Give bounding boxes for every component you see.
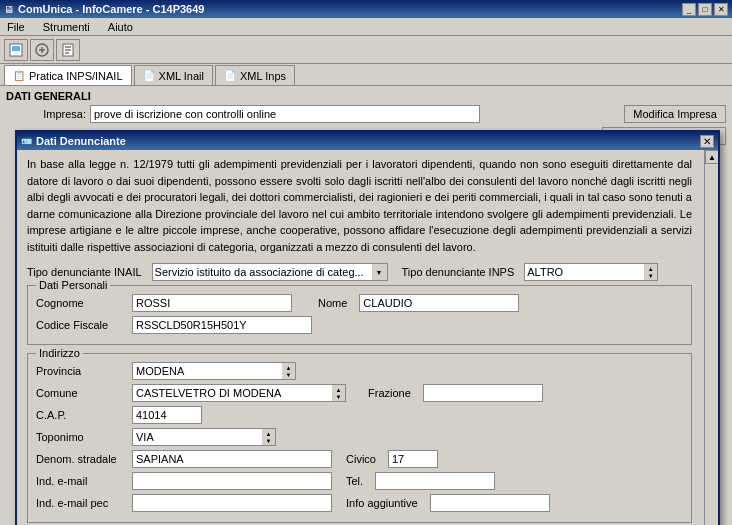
- tab-bar: 📋 Pratica INPS/INAIL 📄 XML Inail 📄 XML I…: [0, 64, 732, 86]
- modal-description: In base alla legge n. 12/1979 tutti gli …: [27, 156, 692, 255]
- tel-input[interactable]: [375, 472, 495, 490]
- scroll-up-button[interactable]: ▲: [705, 150, 718, 164]
- modal-title-bar: 🪪 Dati Denunciante ✕: [17, 132, 718, 150]
- menu-bar: File Strumenti Aiuto: [0, 18, 732, 36]
- comune-label: Comune: [36, 387, 126, 399]
- modal-body: In base alla legge n. 12/1979 tutti gli …: [17, 150, 702, 525]
- toponimo-spinner[interactable]: ▲ ▼: [262, 428, 276, 446]
- toponimo-row: Toponimo ▲ ▼: [36, 428, 683, 446]
- cognome-input[interactable]: [132, 294, 292, 312]
- nome-input[interactable]: [359, 294, 519, 312]
- provincia-row: Provincia ▲ ▼: [36, 362, 683, 380]
- tipo-inps-select-wrapper: ▲ ▼: [524, 263, 658, 281]
- indirizzo-title: Indirizzo: [36, 347, 83, 359]
- modal-scrollbar[interactable]: ▲ ▼: [704, 150, 718, 525]
- impresa-label: Impresa:: [6, 108, 86, 120]
- dati-personali-group: Dati Personali Cognome Nome Codice Fisca…: [27, 285, 692, 345]
- tel-label: Tel.: [346, 475, 363, 487]
- tab-icon-inps: 📄: [224, 70, 236, 81]
- frazione-label: Frazione: [368, 387, 411, 399]
- menu-file[interactable]: File: [4, 20, 28, 34]
- cognome-row: Cognome Nome: [36, 294, 683, 312]
- maximize-button[interactable]: □: [698, 3, 712, 16]
- minimize-button[interactable]: _: [682, 3, 696, 16]
- window-controls: _ □ ✕: [682, 3, 728, 16]
- modifica-impresa-button[interactable]: Modifica Impresa: [624, 105, 726, 123]
- tipo-inail-select-wrapper: ▼: [152, 263, 388, 281]
- dati-personali-title: Dati Personali: [36, 279, 110, 291]
- comune-spinner[interactable]: ▲ ▼: [332, 384, 346, 402]
- provincia-spinner[interactable]: ▲ ▼: [282, 362, 296, 380]
- toolbar-btn-2[interactable]: [30, 39, 54, 61]
- menu-aiuto[interactable]: Aiuto: [105, 20, 136, 34]
- email-label: Ind. e-mail: [36, 475, 126, 487]
- comune-row: Comune ▲ ▼ Frazione: [36, 384, 683, 402]
- section-dati-generali: DATI GENERALI: [6, 90, 726, 102]
- window-title: ComUnica - InfoCamere - C14P3649: [18, 3, 204, 15]
- menu-strumenti[interactable]: Strumenti: [40, 20, 93, 34]
- modal-close-button[interactable]: ✕: [700, 135, 714, 148]
- email-row: Ind. e-mail Tel.: [36, 472, 683, 490]
- tipo-inps-spinner[interactable]: ▲ ▼: [644, 263, 658, 281]
- tipo-inps-select[interactable]: [524, 263, 644, 281]
- codice-fiscale-input[interactable]: [132, 316, 312, 334]
- nome-label: Nome: [318, 297, 347, 309]
- denom-input[interactable]: [132, 450, 332, 468]
- tipo-inail-select[interactable]: [152, 263, 372, 281]
- provincia-select-wrapper: ▲ ▼: [132, 362, 296, 380]
- email-pec-input[interactable]: [132, 494, 332, 512]
- window-icon: 🖥: [4, 4, 14, 15]
- toponimo-label: Toponimo: [36, 431, 126, 443]
- toolbar-btn-1[interactable]: [4, 39, 28, 61]
- impresa-row: Impresa: Modifica Impresa: [6, 105, 726, 123]
- toponimo-input[interactable]: [132, 428, 262, 446]
- codice-fiscale-label: Codice Fiscale: [36, 319, 126, 331]
- tab-xml-inail[interactable]: 📄 XML Inail: [134, 65, 213, 85]
- email-pec-label: Ind. e-mail pec: [36, 497, 126, 509]
- toolbar: [0, 36, 732, 64]
- info-input[interactable]: [430, 494, 550, 512]
- toponimo-select-wrapper: ▲ ▼: [132, 428, 276, 446]
- toolbar-btn-3[interactable]: [56, 39, 80, 61]
- modal-dati-denunciante: 🪪 Dati Denunciante ✕ In base alla legge …: [15, 130, 720, 525]
- impresa-input[interactable]: [90, 105, 480, 123]
- tab-pratica[interactable]: 📋 Pratica INPS/INAIL: [4, 65, 132, 85]
- cap-row: C.A.P.: [36, 406, 683, 424]
- title-bar: 🖥 ComUnica - InfoCamere - C14P3649 _ □ ✕: [0, 0, 732, 18]
- tipo-inail-label: Tipo denunciante INAIL: [27, 266, 142, 278]
- email-pec-row: Ind. e-mail pec Info aggiuntive: [36, 494, 683, 512]
- tab-icon-inail: 📄: [143, 70, 155, 81]
- tipo-inail-arrow[interactable]: ▼: [372, 263, 388, 281]
- close-button[interactable]: ✕: [714, 3, 728, 16]
- tab-xml-inps[interactable]: 📄 XML Inps: [215, 65, 295, 85]
- civico-input[interactable]: [388, 450, 438, 468]
- provincia-label: Provincia: [36, 365, 126, 377]
- tipo-denunciante-row: Tipo denunciante INAIL ▼ Tipo denunciant…: [27, 263, 692, 281]
- denom-label: Denom. stradale: [36, 453, 126, 465]
- modal-icon: 🪪: [21, 136, 32, 146]
- svg-rect-1: [12, 46, 20, 51]
- info-label: Info aggiuntive: [346, 497, 418, 509]
- provincia-input[interactable]: [132, 362, 282, 380]
- codice-fiscale-row: Codice Fiscale: [36, 316, 683, 334]
- indirizzo-group: Indirizzo Provincia ▲ ▼ Comune: [27, 353, 692, 523]
- modal-title: Dati Denunciante: [36, 135, 126, 147]
- denom-row: Denom. stradale Civico: [36, 450, 683, 468]
- cap-label: C.A.P.: [36, 409, 126, 421]
- civico-label: Civico: [346, 453, 376, 465]
- tipo-inps-label: Tipo denunciante INPS: [402, 266, 515, 278]
- comune-select-wrapper: ▲ ▼: [132, 384, 346, 402]
- cap-input[interactable]: [132, 406, 202, 424]
- frazione-input[interactable]: [423, 384, 543, 402]
- cognome-label: Cognome: [36, 297, 126, 309]
- tab-icon-pratica: 📋: [13, 70, 25, 81]
- comune-input[interactable]: [132, 384, 332, 402]
- email-input[interactable]: [132, 472, 332, 490]
